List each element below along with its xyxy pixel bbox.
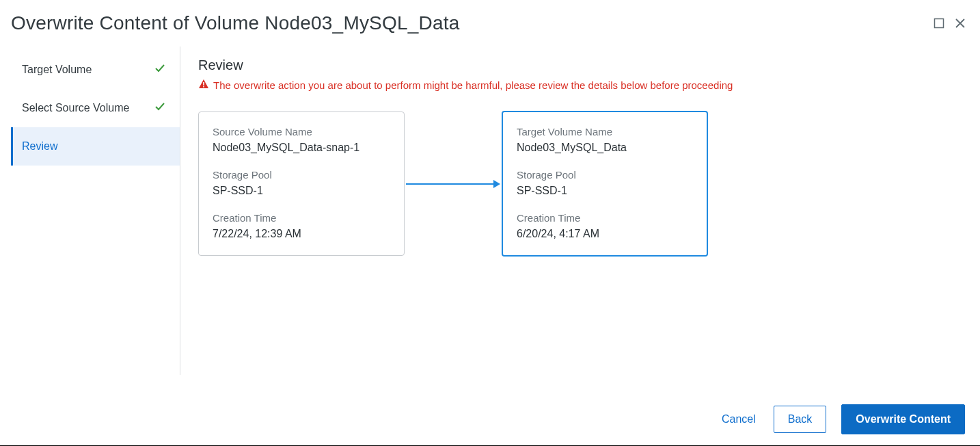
maximize-icon[interactable]	[934, 18, 944, 29]
dialog-header: Overwrite Content of Volume Node03_MySQL…	[0, 0, 980, 47]
dialog-title: Overwrite Content of Volume Node03_MySQL…	[11, 12, 459, 34]
arrow-icon	[405, 177, 502, 191]
source-pool-value: SP-SSD-1	[213, 185, 390, 197]
dialog-content: Target Volume Select Source Volume Revie…	[0, 47, 980, 375]
source-ctime-label: Creation Time	[213, 212, 390, 224]
step-label: Select Source Volume	[22, 102, 129, 114]
check-icon	[154, 62, 166, 77]
close-icon[interactable]	[954, 17, 966, 29]
source-ctime-value: 7/22/24, 12:39 AM	[213, 228, 390, 240]
source-pool-label: Storage Pool	[213, 169, 390, 181]
target-name-label: Target Volume Name	[517, 126, 693, 137]
source-name-value: Node03_MySQL_Data-snap-1	[213, 142, 390, 154]
step-target-volume[interactable]: Target Volume	[11, 51, 180, 89]
source-card: Source Volume Name Node03_MySQL_Data-sna…	[198, 112, 405, 256]
source-name-label: Source Volume Name	[213, 126, 390, 137]
warning-icon	[198, 79, 209, 92]
step-label: Review	[22, 140, 57, 153]
step-title: Review	[198, 57, 980, 73]
target-ctime-value: 6/20/24, 4:17 AM	[517, 228, 693, 240]
warning-banner: The overwrite action you are about to pe…	[198, 79, 980, 92]
target-ctime-label: Creation Time	[517, 212, 693, 224]
header-icons	[934, 17, 966, 29]
dialog-footer: Cancel Back Overwrite Content	[719, 404, 965, 434]
target-card: Target Volume Name Node03_MySQL_Data Sto…	[502, 111, 708, 257]
target-pool-label: Storage Pool	[517, 169, 693, 181]
step-review[interactable]: Review	[11, 127, 180, 166]
wizard-steps: Target Volume Select Source Volume Revie…	[11, 47, 180, 375]
cancel-button[interactable]: Cancel	[719, 406, 759, 432]
back-button[interactable]: Back	[774, 406, 827, 433]
check-icon	[154, 101, 166, 116]
svg-rect-1	[203, 82, 204, 86]
warning-text: The overwrite action you are about to pe…	[213, 79, 733, 91]
step-label: Target Volume	[22, 64, 92, 76]
target-pool-value: SP-SSD-1	[517, 185, 693, 197]
wizard-main: Review The overwrite action you are abou…	[180, 47, 980, 375]
svg-rect-0	[935, 19, 944, 28]
svg-rect-2	[203, 86, 204, 88]
overwrite-content-button[interactable]: Overwrite Content	[841, 404, 965, 434]
target-name-value: Node03_MySQL_Data	[517, 142, 693, 154]
step-select-source-volume[interactable]: Select Source Volume	[11, 89, 180, 127]
source-target-row: Source Volume Name Node03_MySQL_Data-sna…	[198, 111, 980, 257]
